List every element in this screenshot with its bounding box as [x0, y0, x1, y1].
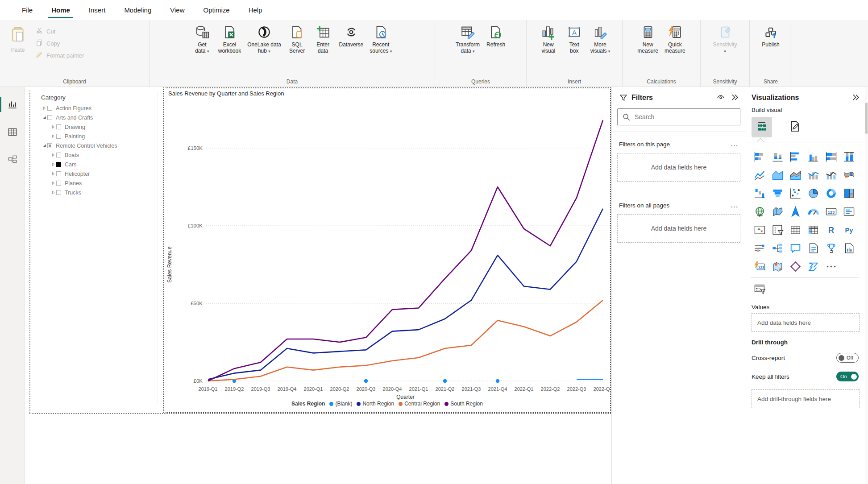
- tab-build-visual[interactable]: [752, 117, 772, 137]
- slicer-item-action-figures[interactable]: Action Figures: [41, 103, 158, 113]
- visual-type-pie-chart[interactable]: [804, 184, 822, 203]
- collapse-visualizations-icon[interactable]: [851, 93, 860, 102]
- slicer-item-planes[interactable]: Planes: [41, 178, 158, 188]
- enter-data-button[interactable]: Enterdata: [311, 24, 336, 55]
- slicer-item-remote-control-vehicles[interactable]: Remote Control Vehicles: [41, 141, 158, 150]
- visual-type-clustered-column-chart[interactable]: [804, 148, 822, 166]
- visual-type-kpi[interactable]: [751, 221, 768, 239]
- visual-type-waterfall-chart[interactable]: [751, 184, 768, 203]
- report-view-button[interactable]: [0, 94, 25, 115]
- expand-arrow-icon[interactable]: [50, 181, 56, 185]
- visual-type-qa[interactable]: [786, 239, 804, 257]
- visual-type-100-stacked-bar-chart[interactable]: [822, 148, 840, 166]
- visual-type-decomposition-tree[interactable]: [768, 239, 786, 257]
- visual-type-map[interactable]: [751, 203, 768, 221]
- visual-type-line-chart[interactable]: [751, 166, 768, 184]
- checkbox-checked[interactable]: [56, 162, 61, 167]
- quick-measure-button[interactable]: Quickmeasure: [662, 24, 688, 55]
- more-options-icon[interactable]: ...: [731, 141, 739, 148]
- visual-type-smart-narrative[interactable]: [804, 239, 822, 257]
- menu-item-home[interactable]: Home: [42, 0, 79, 20]
- legend-item-north-region[interactable]: North Region: [357, 401, 394, 407]
- menu-item-optimize[interactable]: Optimize: [194, 0, 239, 20]
- expand-arrow-icon[interactable]: [50, 153, 56, 157]
- text-box-button[interactable]: ATextbox: [562, 24, 587, 55]
- visual-type-ribbon-chart[interactable]: [840, 166, 858, 184]
- format-painter-button[interactable]: Format painter: [35, 50, 84, 61]
- paste-button[interactable]: Paste: [4, 25, 32, 87]
- visual-type-r-script[interactable]: R: [822, 221, 840, 239]
- collapse-filters-icon[interactable]: [731, 93, 739, 102]
- dataverse-button[interactable]: Dataverse: [336, 24, 366, 55]
- menu-item-file[interactable]: File: [12, 0, 42, 20]
- visual-type-power-apps[interactable]: [786, 257, 804, 276]
- visual-type-paginated-report[interactable]: [840, 239, 858, 257]
- keep-all-filters-toggle[interactable]: On: [836, 372, 859, 381]
- visual-type-clustered-bar-chart[interactable]: [786, 148, 804, 166]
- visual-type-power-automate[interactable]: [804, 257, 822, 276]
- slicer-item-boats[interactable]: Boats: [41, 150, 158, 160]
- onelake-data-hub-button[interactable]: OneLake datahub ▾: [245, 24, 283, 55]
- eye-icon[interactable]: [716, 93, 725, 102]
- copy-button[interactable]: Copy: [35, 38, 84, 49]
- visual-type-area-chart[interactable]: [768, 166, 786, 184]
- line-chart-visual[interactable]: Sales Revenue by Quarter and Sales Regio…: [163, 87, 611, 413]
- visual-type-line-and-stacked-column-chart[interactable]: [804, 166, 822, 184]
- get-data-button[interactable]: Getdata ▾: [190, 24, 215, 55]
- new-visual-button[interactable]: Newvisual: [536, 24, 561, 55]
- publish-button[interactable]: Publish: [758, 24, 783, 49]
- checkbox-unchecked[interactable]: [56, 171, 61, 176]
- search-input[interactable]: [635, 113, 724, 120]
- visual-type-gauge[interactable]: [804, 203, 822, 221]
- excel-workbook-button[interactable]: Excelworkbook: [216, 24, 244, 55]
- visual-type-funnel-chart[interactable]: [768, 184, 786, 203]
- expand-arrow-icon[interactable]: [50, 190, 56, 194]
- expand-arrow-icon[interactable]: [50, 172, 56, 176]
- visual-type-slicer[interactable]: [768, 221, 786, 239]
- visual-type-more-options[interactable]: [822, 257, 840, 276]
- checkbox-partial[interactable]: [47, 143, 52, 148]
- expand-arrow-icon[interactable]: [50, 162, 56, 166]
- visual-type-shape-map[interactable]: [786, 203, 804, 221]
- visual-type-treemap[interactable]: [840, 184, 858, 203]
- slicer-item-arts-and-crafts[interactable]: Arts and Crafts: [41, 113, 158, 122]
- recent-sources-button[interactable]: Recentsources ▾: [367, 24, 395, 55]
- visual-type-scatter-chart[interactable]: [786, 184, 804, 203]
- expand-arrow-icon[interactable]: [50, 125, 56, 129]
- menu-item-help[interactable]: Help: [239, 0, 272, 20]
- slicer-item-drawing[interactable]: Drawing: [41, 122, 158, 132]
- table-view-button[interactable]: [0, 122, 25, 142]
- visual-type-filled-map[interactable]: [768, 203, 786, 221]
- legend-item--blank-[interactable]: (Blank): [329, 401, 352, 407]
- category-slicer-visual[interactable]: Category Action FiguresArts and CraftsDr…: [30, 91, 158, 403]
- checkbox-unchecked[interactable]: [56, 124, 61, 129]
- vertical-scrollbar[interactable]: [865, 87, 868, 484]
- visual-type-python-script[interactable]: Py: [840, 221, 858, 239]
- tab-format-visual[interactable]: [785, 117, 805, 137]
- page-filters-dropzone[interactable]: Add data fields here: [617, 153, 740, 182]
- slicer-item-cars[interactable]: Cars: [41, 160, 158, 169]
- expand-arrow-icon[interactable]: [50, 134, 56, 138]
- visual-type-donut-chart[interactable]: [822, 184, 840, 203]
- filter-search-box[interactable]: [617, 108, 740, 125]
- legend-item-south-region[interactable]: South Region: [444, 401, 483, 407]
- collapse-arrow-icon[interactable]: [41, 144, 47, 148]
- legend-item-central-region[interactable]: Central Region: [399, 401, 440, 407]
- visual-type-line-and-clustered-column-chart[interactable]: [822, 166, 840, 184]
- values-dropzone[interactable]: Add data fields here: [752, 313, 860, 332]
- visual-type-multi-row-card[interactable]: [840, 203, 858, 221]
- slicer-item-painting[interactable]: Painting: [41, 132, 158, 141]
- collapse-arrow-icon[interactable]: [41, 116, 47, 120]
- expand-arrow-icon[interactable]: [41, 106, 47, 110]
- slicer-item-trucks[interactable]: Trucks: [41, 188, 158, 197]
- checkbox-unchecked[interactable]: [56, 190, 61, 195]
- cross-report-toggle[interactable]: Off: [836, 353, 859, 363]
- refresh-button[interactable]: Refresh: [483, 24, 508, 55]
- report-canvas[interactable]: Category Action FiguresArts and CraftsDr…: [25, 87, 611, 484]
- menu-item-view[interactable]: View: [161, 0, 194, 20]
- visual-type-button-slicer[interactable]: [751, 239, 768, 257]
- visual-type-stacked-bar-chart[interactable]: [751, 148, 768, 166]
- all-pages-filters-dropzone[interactable]: Add data fields here: [617, 214, 740, 243]
- visual-type-azure-map[interactable]: [768, 257, 786, 276]
- visual-type-card[interactable]: 123: [822, 203, 840, 221]
